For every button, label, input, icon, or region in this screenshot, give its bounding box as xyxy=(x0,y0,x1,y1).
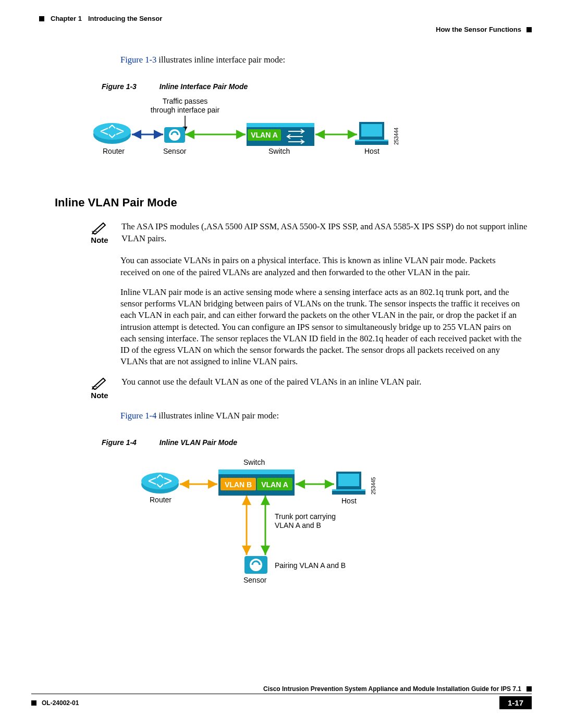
figure-number: Figure 1-4 xyxy=(102,438,137,447)
section-heading: Inline VLAN Pair Mode xyxy=(55,196,532,209)
footer-square-icon xyxy=(31,700,36,706)
guide-title: Cisco Intrusion Prevention System Applia… xyxy=(263,685,521,693)
page-number: 1-17 xyxy=(499,696,532,709)
host-icon xyxy=(355,122,388,145)
router-label: Router xyxy=(150,496,172,504)
host-label: Host xyxy=(341,497,357,505)
pairing-label: Pairing VLAN A and B xyxy=(275,561,346,570)
footer-square-icon xyxy=(527,686,532,692)
intro-paragraph: Figure 1-4 illustrates inline VLAN pair … xyxy=(120,410,527,422)
page-footer: Cisco Intrusion Prevention System Applia… xyxy=(31,685,532,709)
note-label: Note xyxy=(91,391,108,400)
svg-point-7 xyxy=(169,129,180,141)
intro-text: illustrates inline VLAN pair mode: xyxy=(156,411,279,421)
router-icon xyxy=(93,123,131,144)
host-label: Host xyxy=(364,147,380,155)
svg-rect-9 xyxy=(247,123,314,127)
note-pencil-icon xyxy=(91,376,108,390)
page-header: Chapter 1 Introducing the Sensor How the… xyxy=(39,15,532,33)
figure-caption: Figure 1-3 Inline Interface Pair Mode xyxy=(102,82,532,91)
sensor-label: Sensor xyxy=(163,147,186,155)
switch-label: Switch xyxy=(268,147,290,155)
svg-text:VLAN A: VLAN A xyxy=(251,131,278,139)
paragraph: You can associate VLANs in pairs on a ph… xyxy=(120,255,527,278)
svg-rect-38 xyxy=(332,489,365,491)
note-block: Note You cannot use the default VLAN as … xyxy=(86,376,532,400)
note-text: The ASA IPS modules (,ASA 5500 AIP SSM, … xyxy=(121,221,532,244)
svg-text:VLAN A: VLAN A xyxy=(261,480,288,489)
image-number: 253444 xyxy=(394,128,399,145)
figure-number: Figure 1-3 xyxy=(102,82,137,91)
header-square-icon xyxy=(39,16,44,21)
figure-reference-link[interactable]: Figure 1-3 xyxy=(120,55,156,65)
paragraph: Inline VLAN pair mode is an active sensi… xyxy=(120,287,527,368)
host-icon xyxy=(332,472,365,495)
figure-caption: Figure 1-4 Inline VLAN Pair Mode xyxy=(102,438,532,447)
sensor-label: Sensor xyxy=(243,576,266,584)
router-label: Router xyxy=(103,147,125,155)
note-pencil-icon xyxy=(91,221,108,235)
switch-label: Switch xyxy=(243,458,265,466)
chapter-title: Introducing the Sensor xyxy=(88,15,162,22)
sensor-icon xyxy=(164,127,185,143)
note-text: You cannot use the default VLAN as one o… xyxy=(121,376,532,388)
document-id: OL-24002-01 xyxy=(42,699,79,707)
svg-rect-30 xyxy=(218,470,295,474)
trunk-label: Trunk port carryingVLAN A and B xyxy=(275,512,336,530)
note-label: Note xyxy=(91,236,108,244)
figure-title: Inline VLAN Pair Mode xyxy=(160,438,237,447)
switch-icon: VLAN B VLAN A xyxy=(218,470,295,496)
figure-reference-link[interactable]: Figure 1-4 xyxy=(120,411,156,421)
image-number: 253445 xyxy=(371,477,376,495)
intro-text: illustrates inline interface pair mode: xyxy=(156,55,285,65)
switch-icon: VLAN A xyxy=(247,123,314,146)
chapter-number: Chapter 1 xyxy=(51,15,82,22)
sensor-icon xyxy=(244,556,267,574)
svg-rect-36 xyxy=(338,474,359,486)
header-square-icon xyxy=(527,27,532,32)
svg-text:VLAN B: VLAN B xyxy=(225,480,252,489)
svg-rect-18 xyxy=(355,140,388,141)
figure-1-4-diagram: VLAN B VLAN A Switch xyxy=(138,453,420,599)
intro-paragraph: Figure 1-3 illustrates inline interface … xyxy=(120,54,527,66)
figure-title: Inline Interface Pair Mode xyxy=(160,82,248,91)
svg-rect-16 xyxy=(361,124,382,137)
router-icon xyxy=(141,473,179,493)
note-block: Note The ASA IPS modules (,ASA 5500 AIP … xyxy=(86,221,532,244)
figure-1-3-diagram: Traffic passes through interface pair xyxy=(91,97,414,170)
section-title: How the Sensor Functions xyxy=(436,26,521,33)
